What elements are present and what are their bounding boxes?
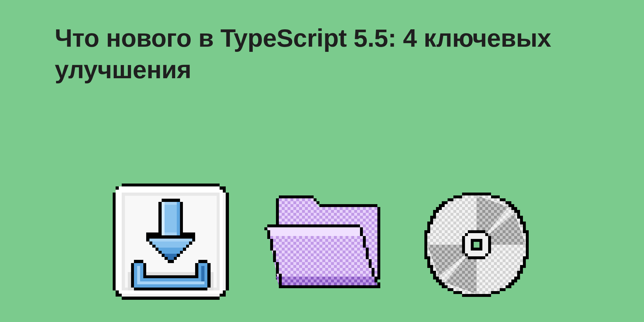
svg-rect-151 [465, 253, 468, 256]
svg-rect-43 [168, 260, 174, 263]
svg-marker-80 [276, 277, 377, 285]
svg-rect-47 [183, 248, 186, 251]
svg-rect-24 [177, 202, 180, 236]
svg-rect-46 [186, 245, 189, 248]
svg-rect-33 [162, 251, 180, 254]
svg-rect-26 [146, 235, 195, 239]
svg-rect-58 [134, 260, 143, 263]
svg-rect-20 [162, 199, 180, 202]
icon-row [0, 180, 644, 303]
svg-rect-91 [366, 248, 369, 259]
svg-rect-37 [149, 242, 153, 245]
svg-rect-57 [131, 263, 134, 288]
svg-rect-35 [168, 257, 174, 260]
svg-rect-39 [156, 248, 159, 251]
svg-rect-149 [465, 233, 468, 236]
svg-rect-74 [317, 201, 319, 204]
svg-rect-28 [180, 232, 195, 236]
svg-rect-145 [468, 230, 485, 233]
folder-icon [261, 187, 390, 303]
svg-rect-27 [146, 232, 162, 236]
svg-rect-41 [162, 254, 165, 257]
page-title: Что нового в TypeScript 5.5: 4 ключевых … [55, 23, 589, 85]
svg-rect-23 [162, 202, 165, 236]
svg-rect-152 [485, 253, 488, 256]
svg-rect-86 [276, 262, 279, 274]
svg-rect-22 [180, 202, 183, 236]
svg-rect-59 [143, 263, 147, 279]
svg-rect-90 [363, 236, 366, 248]
svg-rect-73 [314, 198, 317, 201]
svg-rect-89 [360, 227, 363, 236]
svg-rect-63 [134, 288, 207, 291]
svg-rect-148 [488, 236, 491, 253]
svg-rect-55 [137, 281, 204, 285]
svg-rect-146 [468, 256, 485, 259]
svg-rect-34 [165, 254, 177, 257]
svg-rect-36 [146, 239, 149, 242]
svg-rect-12 [223, 190, 226, 193]
svg-rect-18 [116, 190, 119, 291]
svg-rect-6 [122, 297, 220, 300]
svg-rect-85 [273, 251, 276, 262]
svg-rect-16 [223, 290, 226, 294]
svg-rect-102 [462, 193, 491, 195]
svg-rect-76 [377, 207, 380, 279]
svg-rect-17 [119, 186, 220, 190]
svg-rect-94 [374, 277, 377, 282]
svg-rect-48 [180, 251, 183, 254]
svg-rect-61 [198, 260, 208, 263]
svg-rect-15 [220, 294, 226, 297]
svg-rect-54 [137, 266, 140, 281]
svg-rect-32 [158, 248, 183, 251]
svg-rect-11 [220, 186, 226, 190]
svg-rect-31 [156, 245, 186, 248]
svg-rect-8 [226, 193, 229, 290]
svg-rect-40 [158, 251, 162, 254]
svg-rect-84 [270, 239, 273, 251]
svg-rect-7 [113, 193, 116, 290]
disc-icon [419, 187, 535, 303]
svg-rect-60 [195, 263, 198, 279]
svg-rect-29 [149, 239, 192, 242]
svg-rect-75 [319, 204, 377, 207]
svg-rect-21 [158, 202, 162, 236]
svg-rect-30 [152, 242, 189, 245]
svg-rect-157 [479, 242, 482, 248]
svg-rect-95 [377, 282, 380, 285]
svg-marker-79 [267, 227, 363, 236]
svg-rect-81 [267, 224, 360, 227]
svg-rect-150 [485, 233, 488, 236]
svg-rect-64 [146, 275, 195, 279]
svg-rect-5 [122, 184, 220, 187]
svg-rect-120 [462, 294, 491, 297]
svg-rect-83 [267, 230, 270, 239]
download-icon [109, 180, 232, 303]
svg-rect-62 [207, 263, 211, 288]
svg-rect-147 [462, 236, 465, 253]
svg-rect-45 [189, 242, 192, 245]
svg-rect-49 [177, 254, 180, 257]
svg-rect-72 [279, 195, 314, 198]
svg-rect-87 [279, 274, 282, 285]
svg-rect-82 [264, 227, 267, 230]
svg-rect-93 [372, 268, 374, 277]
svg-rect-25 [165, 205, 177, 232]
svg-rect-92 [369, 259, 372, 268]
svg-rect-42 [165, 257, 168, 260]
svg-rect-38 [152, 245, 156, 248]
svg-rect-13 [116, 294, 122, 297]
svg-rect-156 [471, 242, 474, 248]
svg-rect-155 [471, 248, 482, 251]
svg-rect-44 [192, 239, 195, 242]
svg-rect-56 [201, 266, 204, 281]
svg-rect-50 [174, 257, 177, 260]
svg-rect-14 [116, 290, 119, 294]
svg-rect-88 [279, 285, 380, 288]
svg-rect-154 [471, 239, 482, 242]
svg-rect-158 [474, 242, 479, 248]
